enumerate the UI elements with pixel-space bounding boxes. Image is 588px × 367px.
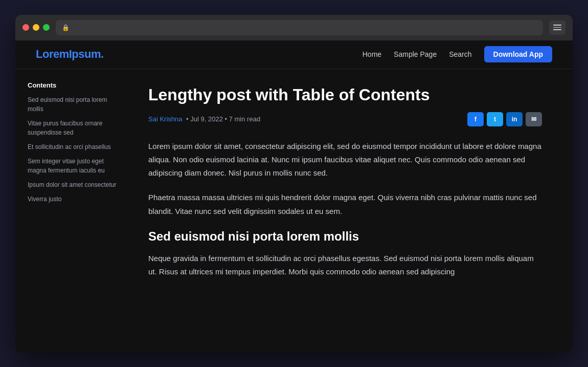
address-bar[interactable]: 🔒 bbox=[56, 20, 543, 35]
browser-chrome: 🔒 bbox=[15, 15, 573, 40]
traffic-lights bbox=[22, 24, 50, 31]
toc-item-5[interactable]: Ipsum dolor sit amet consectetur bbox=[28, 180, 118, 189]
toc-item-3[interactable]: Et sollicitudin ac orci phasellus bbox=[28, 142, 118, 152]
logo-text: LoremIpsum bbox=[36, 48, 101, 60]
traffic-light-green[interactable] bbox=[43, 24, 50, 31]
menu-line-3 bbox=[553, 29, 561, 30]
article-read-time: 7 min read bbox=[229, 115, 260, 123]
article-paragraph-2: Phaetra massa massa ultricies mi quis he… bbox=[148, 191, 542, 218]
menu-line-1 bbox=[553, 25, 561, 26]
article-meta: Sai Krishna • Jul 9, 2022 • 7 min read f… bbox=[148, 112, 542, 126]
article-date: Jul 9, 2022 bbox=[190, 115, 223, 123]
toc-item-1[interactable]: Sed euismod nisi porta lorem mollis bbox=[28, 95, 118, 114]
nav-links: Home Sample Page Search Download App bbox=[363, 46, 552, 62]
share-email-button[interactable]: ✉ bbox=[526, 112, 542, 126]
article-paragraph-1: Lorem ipsum dolor sit amet, consectetur … bbox=[148, 140, 542, 180]
lock-icon: 🔒 bbox=[62, 24, 70, 31]
nav-home[interactable]: Home bbox=[363, 50, 381, 58]
share-facebook-button[interactable]: f bbox=[467, 112, 484, 126]
share-twitter-button[interactable]: t bbox=[487, 112, 503, 126]
toc-item-4[interactable]: Sem integer vitae justo eget magna ferme… bbox=[28, 157, 118, 175]
nav-search[interactable]: Search bbox=[449, 50, 471, 58]
social-buttons: f t in ✉ bbox=[467, 112, 542, 126]
article-meta-text: Sai Krishna • Jul 9, 2022 • 7 min read bbox=[148, 115, 260, 123]
nav-sample-page[interactable]: Sample Page bbox=[394, 50, 437, 58]
toc-item-2[interactable]: Vitae purus faucibus ornare suspendisse … bbox=[28, 119, 118, 137]
share-linkedin-button[interactable]: in bbox=[506, 112, 523, 126]
toc-item-6[interactable]: Viverra justo bbox=[28, 195, 118, 204]
browser-menu-button[interactable] bbox=[549, 20, 566, 35]
site-nav: LoremIpsum. Home Sample Page Search Down… bbox=[15, 40, 573, 69]
nav-download-button[interactable]: Download App bbox=[484, 46, 552, 62]
article-author[interactable]: Sai Krishna bbox=[148, 115, 182, 123]
traffic-light-red[interactable] bbox=[22, 24, 29, 31]
main-layout: Contents Sed euismod nisi porta lorem mo… bbox=[15, 69, 573, 353]
sidebar-toc: Contents Sed euismod nisi porta lorem mo… bbox=[15, 69, 128, 353]
logo-dot: . bbox=[101, 48, 104, 60]
menu-line-2 bbox=[553, 27, 561, 28]
article-section-title: Sed euismod nisi porta lorem mollis bbox=[148, 229, 542, 244]
site-content: LoremIpsum. Home Sample Page Search Down… bbox=[15, 40, 573, 353]
article-paragraph-3: Neque gravida in fermentum et sollicitud… bbox=[148, 252, 542, 279]
article-content: Lengthy post with Table of Contents Sai … bbox=[128, 69, 573, 353]
article-readtime-separator: • bbox=[225, 115, 229, 123]
browser-window: 🔒 LoremIpsum. Home Sample Page Search Do… bbox=[15, 15, 573, 353]
traffic-light-yellow[interactable] bbox=[33, 24, 39, 31]
article-title: Lengthy post with Table of Contents bbox=[148, 84, 542, 105]
site-logo: LoremIpsum. bbox=[36, 48, 104, 61]
toc-title: Contents bbox=[28, 81, 118, 89]
